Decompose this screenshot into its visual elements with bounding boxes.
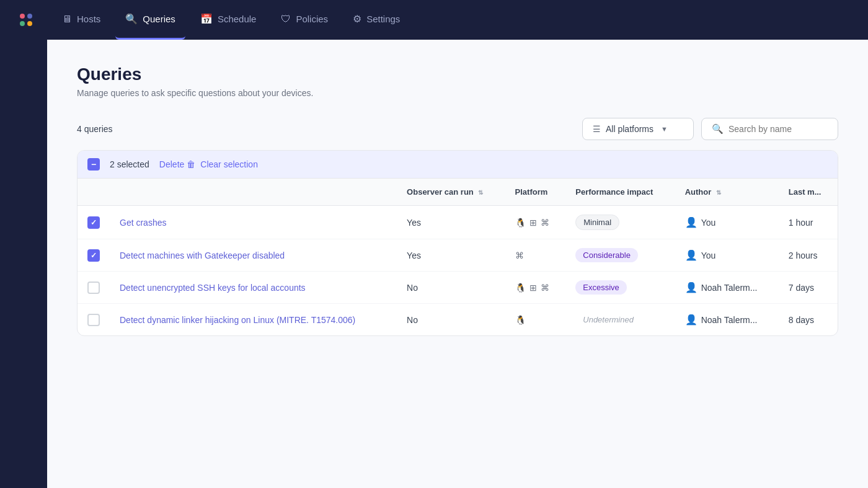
row-checkbox-4[interactable] [87,314,100,326]
filter-icon: ☰ [593,124,601,134]
row-name-cell: Detect dynamic linker hijacking on Linux… [110,304,397,336]
platform-filter-label: All platforms [606,124,653,134]
linux-icon: 🐧 [515,315,526,325]
app-logo [15,9,37,31]
performance-badge-4: Undetermined [575,313,641,327]
delete-button[interactable]: Delete 🗑 [159,159,195,169]
row-name-cell: Get crashes [110,206,397,239]
row-platform-cell: ⌘ [505,239,566,272]
performance-badge-3: Excessive [575,280,627,295]
row-observer-cell: No [397,272,505,304]
page-title: Queries [77,64,838,84]
queries-icon: 🔍 [125,13,138,25]
row-performance-cell: Considerable [565,239,675,272]
row-modified-cell: 7 days [779,272,838,304]
row-observer-cell: Yes [397,239,505,272]
hosts-icon: 🖥 [62,14,72,25]
selection-actions: Delete 🗑 Clear selection [159,159,258,169]
performance-badge-2: Considerable [575,248,638,262]
row-observer-cell: No [397,304,505,336]
row-checkbox-cell [78,239,110,272]
logo-dot-blue [27,14,32,19]
select-all-checkbox[interactable]: − [87,158,100,171]
author-name-3: Noah Talerm... [701,283,758,293]
mac-icon: ⌘ [515,251,524,260]
row-performance-cell: Undetermined [565,304,675,336]
nav-schedule-label: Schedule [218,14,257,24]
search-box: 🔍 [701,118,838,140]
queries-count: 4 queries [77,124,113,134]
author-name-4: Noah Talerm... [701,315,758,325]
nav-hosts[interactable]: 🖥 Hosts [52,0,110,40]
nav-settings-label: Settings [366,14,400,24]
selection-header: − 2 selected Delete 🗑 Clear selection [78,151,838,179]
linux-icon: 🐧 [515,283,526,293]
table-row: Get crashes Yes 🐧⊞⌘ Minimal 👤 You 1 hour [78,206,838,239]
row-checkbox-2[interactable] [87,249,100,262]
table-toolbar: 4 queries ☰ All platforms ▼ 🔍 [77,118,838,140]
sort-observer-icon[interactable]: ⇅ [478,189,483,196]
row-name-cell: Detect unencrypted SSH keys for local ac… [110,272,397,304]
windows-icon: ⊞ [529,218,537,228]
sidebar [0,40,47,488]
nav-hosts-label: Hosts [77,14,100,24]
nav-queries[interactable]: 🔍 Queries [115,0,185,40]
row-checkbox-3[interactable] [87,282,100,294]
mac-icon: ⌘ [541,283,549,293]
nav-policies[interactable]: 🛡 Policies [271,0,338,40]
author-icon-3: 👤 [685,282,698,293]
trash-icon: 🗑 [187,159,195,169]
th-platform: Platform [505,179,566,206]
windows-icon: ⊞ [529,283,537,293]
row-checkbox-1[interactable] [87,216,100,229]
row-performance-cell: Minimal [565,206,675,239]
th-observer: Observer can run ⇅ [397,179,505,206]
row-checkbox-cell [78,272,110,304]
row-name-cell: Detect machines with Gatekeeper disabled [110,239,397,272]
th-performance: Performance impact [565,179,675,206]
clear-selection-button[interactable]: Clear selection [200,159,258,169]
search-input[interactable] [728,124,828,134]
selection-count: 2 selected [110,159,149,169]
schedule-icon: 📅 [200,13,213,25]
logo-dot-orange [27,21,32,26]
platform-filter[interactable]: ☰ All platforms ▼ [582,118,694,140]
policies-icon: 🛡 [281,14,291,25]
row-observer-cell: Yes [397,206,505,239]
settings-icon: ⚙ [353,13,361,25]
row-modified-cell: 1 hour [779,206,838,239]
query-link-4[interactable]: Detect dynamic linker hijacking on Linux… [120,315,355,325]
row-platform-cell: 🐧⊞⌘ [505,272,566,304]
query-link-1[interactable]: Get crashes [120,218,166,228]
th-checkbox [78,179,110,206]
main-content: Queries Manage queries to ask specific q… [47,40,868,488]
th-last-modified: Last m... [779,179,838,206]
row-author-cell: 👤 You [675,206,779,239]
search-icon: 🔍 [712,123,724,135]
linux-icon: 🐧 [515,218,526,228]
row-modified-cell: 2 hours [779,239,838,272]
author-icon-1: 👤 [685,216,698,228]
author-name-2: You [701,251,716,260]
row-platform-cell: 🐧 [505,304,566,336]
logo-dot-red [20,14,25,19]
query-link-3[interactable]: Detect unencrypted SSH keys for local ac… [120,283,306,293]
page-subtitle: Manage queries to ask specific questions… [77,88,838,98]
row-checkbox-cell [78,206,110,239]
row-author-cell: 👤 You [675,239,779,272]
th-name [110,179,397,206]
nav-schedule[interactable]: 📅 Schedule [190,0,267,40]
row-checkbox-cell [78,304,110,336]
row-modified-cell: 8 days [779,304,838,336]
author-name-1: You [701,218,716,228]
nav-settings[interactable]: ⚙ Settings [343,0,410,40]
author-icon-4: 👤 [685,314,698,326]
toolbar-right: ☰ All platforms ▼ 🔍 [582,118,838,140]
table-row: Detect unencrypted SSH keys for local ac… [78,272,838,304]
performance-badge-1: Minimal [575,215,619,230]
query-link-2[interactable]: Detect machines with Gatekeeper disabled [120,251,285,260]
mac-icon: ⌘ [541,218,549,228]
row-author-cell: 👤 Noah Talerm... [675,272,779,304]
row-author-cell: 👤 Noah Talerm... [675,304,779,336]
sort-author-icon[interactable]: ⇅ [716,189,721,196]
